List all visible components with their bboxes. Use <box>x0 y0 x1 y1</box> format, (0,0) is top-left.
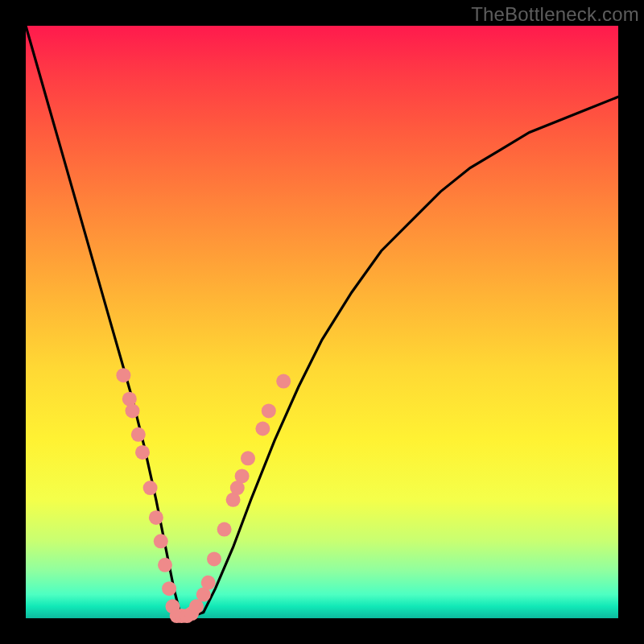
marker-dot <box>149 510 163 525</box>
marker-dot <box>262 403 276 418</box>
marker-dot <box>158 558 172 572</box>
marker-dot <box>276 374 291 389</box>
marker-dot <box>241 451 255 465</box>
marker-dot <box>143 481 158 495</box>
chart-frame: TheBottleneck.com <box>0 0 644 644</box>
marker-dot <box>217 522 232 537</box>
marker-dot <box>255 422 270 436</box>
marker-dot <box>131 427 146 442</box>
bottleneck-curve <box>26 26 618 617</box>
marker-dot <box>154 534 168 548</box>
plot-area <box>26 26 618 618</box>
marker-dot <box>162 581 176 596</box>
marker-dot <box>235 469 250 483</box>
marker-dot <box>126 403 140 418</box>
marker-dot <box>116 368 130 382</box>
marker-dot <box>207 551 221 566</box>
curve-svg <box>26 26 618 618</box>
marker-dot <box>201 576 216 590</box>
marker-dot <box>135 445 150 460</box>
watermark-label: TheBottleneck.com <box>471 3 639 26</box>
marker-group <box>116 368 291 623</box>
